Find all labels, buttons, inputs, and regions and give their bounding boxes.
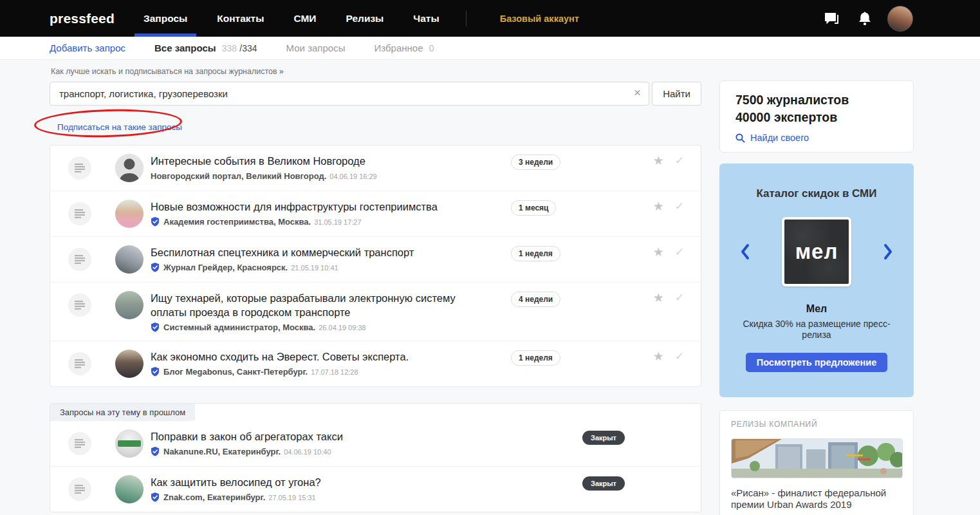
- done-check-icon[interactable]: ✓: [675, 350, 684, 364]
- request-menu-icon[interactable]: [68, 352, 91, 375]
- add-request-link[interactable]: Добавить запрос: [50, 42, 125, 53]
- source-datetime: 21.05.19 10:41: [291, 264, 338, 272]
- clear-search-icon[interactable]: ×: [634, 86, 641, 100]
- releases-header: РЕЛИЗЫ КОМПАНИЙ: [731, 420, 902, 429]
- nav-item-requests[interactable]: Запросы: [129, 0, 202, 37]
- request-body: Поправки в закон об агрегаторах такси Na…: [151, 429, 511, 456]
- request-body: Новые возможности для инфраструктуры гос…: [151, 200, 511, 227]
- done-check-icon[interactable]: ✓: [675, 291, 684, 305]
- stats-experts: 40000 экспертов: [735, 109, 900, 126]
- find-button[interactable]: Найти: [652, 82, 701, 106]
- source-datetime: 26.04.19 09:38: [319, 324, 365, 332]
- avatar[interactable]: [115, 200, 143, 228]
- request-menu-icon[interactable]: [68, 432, 91, 455]
- past-requests-tab[interactable]: Запросы на эту тему в прошлом: [50, 404, 195, 421]
- request-source: Znak.com, Екатеринбург. 27.05.19 15:31: [151, 492, 511, 502]
- source-name[interactable]: Nakanune.RU, Екатеринбург.: [163, 447, 281, 456]
- account-plan-label[interactable]: Базовый аккаунт: [500, 14, 579, 24]
- find-yours-link[interactable]: Найди своего: [735, 133, 900, 143]
- pressfeed-app: pressfeed Запросы Контакты СМИ Релизы Ча…: [0, 0, 980, 515]
- request-title[interactable]: Как защитить велосипед от угона?: [151, 475, 511, 489]
- request-row[interactable]: Ищу технарей, которые разрабатывали элек…: [50, 282, 701, 341]
- requests-list: Интересные события в Великом Новгороде Н…: [50, 145, 701, 387]
- nav-item-contacts[interactable]: Контакты: [202, 0, 279, 37]
- source-name[interactable]: Журнал Грейдер, Красноярск.: [163, 263, 288, 272]
- source-name[interactable]: Блог Megabonus, Санкт-Петербург.: [163, 367, 308, 377]
- brand-logo-tile[interactable]: мел: [782, 217, 851, 286]
- request-row[interactable]: Интересные события в Великом Новгороде Н…: [50, 145, 701, 191]
- source-datetime: 17.07.18 12:28: [311, 368, 358, 376]
- chevron-right-icon[interactable]: [883, 243, 893, 260]
- notifications-bell-icon[interactable]: [856, 10, 873, 27]
- past-request-row[interactable]: Поправки в закон об агрегаторах такси Na…: [50, 421, 701, 466]
- request-menu-icon[interactable]: [68, 478, 91, 501]
- request-menu-icon[interactable]: [68, 294, 91, 317]
- request-title[interactable]: Поправки в закон об агрегаторах такси: [151, 429, 511, 444]
- request-menu-icon[interactable]: [68, 202, 91, 225]
- messages-icon[interactable]: [823, 10, 840, 27]
- favorite-star-icon[interactable]: ★: [653, 350, 664, 364]
- closed-status-badge: Закрыт: [582, 431, 625, 445]
- discount-catalog-title: Каталог скидок в СМИ: [719, 187, 914, 200]
- request-body: Беспилотная спецтехника и коммерческий т…: [151, 245, 511, 272]
- verified-shield-icon: [151, 492, 160, 502]
- avatar[interactable]: [115, 291, 143, 319]
- request-menu-icon[interactable]: [68, 248, 91, 271]
- find-yours-label: Найди своего: [750, 133, 809, 143]
- nav-item-smi[interactable]: СМИ: [279, 0, 331, 37]
- release-thumbnail[interactable]: [731, 438, 903, 478]
- closed-status-badge: Закрыт: [582, 476, 625, 491]
- source-datetime: 04.06.19 16:29: [329, 173, 376, 180]
- view-offer-button[interactable]: Посмотреть предложение: [746, 353, 888, 372]
- request-title[interactable]: Как экономно сходить на Эверест. Советы …: [151, 350, 511, 364]
- topbar-actions: [806, 6, 913, 32]
- stats-card: 7500 журналистов 40000 экспертов Найди с…: [719, 80, 914, 153]
- source-name[interactable]: Системный администратор, Москва.: [163, 323, 315, 332]
- done-check-icon[interactable]: ✓: [675, 200, 684, 214]
- request-title[interactable]: Ищу технарей, которые разрабатывали элек…: [151, 291, 459, 319]
- verified-shield-icon: [151, 447, 160, 456]
- company-releases-card: РЕЛИЗЫ КОМПАНИЙ: [719, 410, 914, 515]
- all-requests-count: 338: [222, 43, 237, 53]
- source-name[interactable]: Академия гостеприимства, Москва.: [163, 217, 311, 227]
- done-check-icon[interactable]: ✓: [675, 245, 684, 259]
- favorites-count: 0: [429, 43, 434, 53]
- subscribe-to-requests-link[interactable]: Подписаться на такие запросы: [57, 122, 182, 132]
- avatar[interactable]: [115, 154, 143, 182]
- favorite-star-icon[interactable]: ★: [653, 200, 664, 214]
- request-row[interactable]: Новые возможности для инфраструктуры гос…: [50, 191, 701, 236]
- request-menu-icon[interactable]: [68, 156, 91, 180]
- tab-my-requests[interactable]: Мои запросы: [286, 42, 346, 53]
- request-row[interactable]: Как экономно сходить на Эверест. Советы …: [50, 341, 701, 386]
- avatar[interactable]: [115, 475, 143, 503]
- brand-logo-text: мел: [795, 239, 838, 264]
- source-name[interactable]: Новгородский портал, Великий Новгород.: [151, 171, 326, 181]
- favorite-star-icon[interactable]: ★: [653, 291, 664, 305]
- request-source: Nakanune.RU, Екатеринбург. 04.06.19 10:4…: [151, 447, 511, 456]
- release-title[interactable]: «Рисан» - финалист федеральной премии Ur…: [731, 487, 902, 510]
- search-help-link[interactable]: Как лучше искать и подписываться на запр…: [51, 67, 701, 76]
- search-row: × Найти: [50, 82, 701, 106]
- avatar[interactable]: [115, 350, 143, 378]
- nav-item-releases[interactable]: Релизы: [331, 0, 398, 37]
- tab-favorites[interactable]: Избранное 0: [374, 42, 434, 53]
- search-input[interactable]: [50, 82, 649, 106]
- chevron-left-icon[interactable]: [740, 243, 750, 260]
- done-check-icon[interactable]: ✓: [675, 154, 684, 168]
- request-title[interactable]: Новые возможности для инфраструктуры гос…: [151, 200, 511, 214]
- avatar[interactable]: [115, 245, 143, 274]
- request-row[interactable]: Беспилотная спецтехника и коммерческий т…: [50, 236, 701, 282]
- favorite-star-icon[interactable]: ★: [653, 245, 664, 259]
- nav-item-chats[interactable]: Чаты: [398, 0, 454, 37]
- pressfeed-logo[interactable]: pressfeed: [50, 11, 115, 26]
- request-title[interactable]: Беспилотная спецтехника и коммерческий т…: [151, 245, 511, 259]
- source-name[interactable]: Znak.com, Екатеринбург.: [163, 492, 265, 502]
- tab-all-requests[interactable]: Все запросы 338 /334: [154, 42, 257, 53]
- favorite-star-icon[interactable]: ★: [653, 154, 664, 168]
- avatar[interactable]: [115, 429, 143, 458]
- age-badge: 1 неделя: [511, 246, 560, 261]
- request-title[interactable]: Интересные события в Великом Новгороде: [151, 154, 511, 168]
- past-request-row[interactable]: Как защитить велосипед от угона? Znak.co…: [50, 466, 701, 512]
- request-source: Блог Megabonus, Санкт-Петербург. 17.07.1…: [151, 367, 511, 377]
- user-avatar[interactable]: [887, 6, 913, 32]
